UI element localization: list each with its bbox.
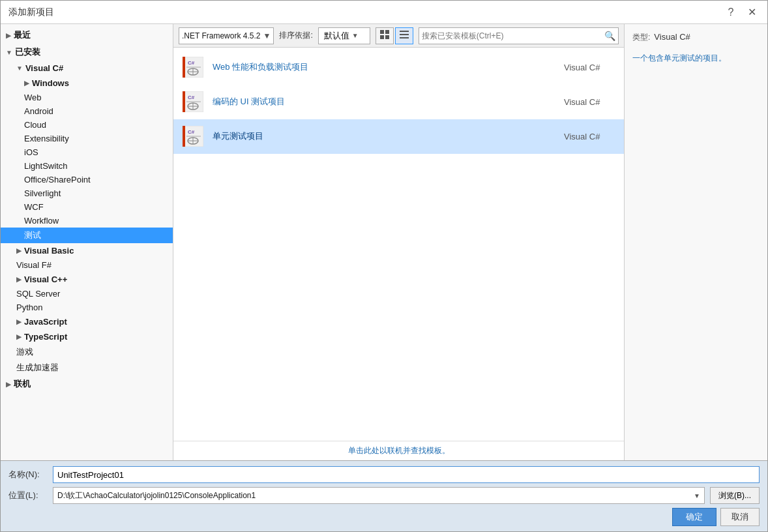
location-select[interactable]: D:\软工\AchaoCalculator\jojolin0125\Consol… [53,487,705,504]
search-input[interactable] [422,31,602,40]
sidebar-item-label: 已安装 [15,46,40,58]
dialog-buttons: 确定 取消 [8,508,760,526]
sidebar-item-label: Visual C# [25,63,63,73]
sidebar-item-label: LightSwitch [24,161,67,171]
sidebar-item-typescript[interactable]: ▶ TypeScript [1,329,173,344]
link-row: 单击此处以联机并查找模板。 [173,441,624,460]
sidebar-item-label: Extensibility [24,134,69,143]
find-templates-link[interactable]: 单击此处以联机并查找模板。 [348,446,450,455]
sidebar-item-label: 生成加速器 [16,362,59,374]
sidebar-item-python[interactable]: Python [1,301,173,314]
location-row: 位置(L): D:\软工\AchaoCalculator\jojolin0125… [8,487,760,504]
svg-rect-1 [385,30,389,34]
sidebar-item-office-sharepoint[interactable]: Office/SharePoint [1,173,173,186]
search-box: 🔍 [419,27,619,44]
location-dropdown-arrow: ▼ [694,492,700,499]
location-label: 位置(L): [8,490,48,501]
arrow-icon: ▶ [16,333,22,340]
center-panel: .NET Framework 4.5.2 ▼ 排序依据: 默认值 ▼ [173,24,624,460]
sidebar-item-test[interactable]: 测试 [1,228,173,243]
sidebar-item-build-accelerator[interactable]: 生成加速器 [1,360,173,376]
arrow-icon: ▼ [16,65,23,72]
sidebar-item-label: 联机 [14,378,31,390]
title-bar: 添加新项目 ? ✕ [1,1,767,24]
location-value: D:\软工\AchaoCalculator\jojolin0125\Consol… [57,490,256,501]
svg-rect-22 [183,126,185,147]
svg-rect-0 [380,30,384,34]
arrow-icon: ▶ [16,247,22,254]
framework-select[interactable]: .NET Framework 4.5.2 ▼ [179,27,274,44]
type-value: Visual C# [654,32,690,42]
sidebar-item-label: 测试 [24,229,41,241]
sidebar-item-recent[interactable]: ▶ 最近 [1,27,173,44]
template-icon-coded-ui: C# [181,90,205,113]
sort-select[interactable]: 默认值 ▼ [318,27,370,44]
view-grid-button[interactable] [376,27,394,44]
sidebar-item-label: Visual C++ [24,274,67,284]
svg-rect-3 [385,35,389,39]
sidebar-item-label: Visual F# [16,260,52,270]
close-button[interactable]: ✕ [744,5,760,20]
sidebar-item-online[interactable]: ▶ 联机 [1,376,173,392]
view-list-button[interactable] [395,27,413,44]
sidebar-item-visual-basic[interactable]: ▶ Visual Basic [1,243,173,258]
help-button[interactable]: ? [723,5,739,20]
sort-dropdown-arrow: ▼ [352,32,359,39]
name-input[interactable] [53,466,760,483]
sidebar-item-lightswitch[interactable]: LightSwitch [1,159,173,173]
template-item-coded-ui[interactable]: C# 编码的 UI 测试项目 Visual C# [173,85,624,119]
template-name-unit-test: 单元测试项目 [213,130,564,142]
browse-button[interactable]: 浏览(B)... [710,487,760,504]
dialog: 添加新项目 ? ✕ ▶ 最近 ▼ 已安装 ▼ Visual C# [0,0,768,532]
sidebar-item-label: WCF [24,202,44,212]
sidebar-item-games[interactable]: 游戏 [1,344,173,360]
template-name-coded-ui: 编码的 UI 测试项目 [213,96,564,108]
sidebar-item-installed[interactable]: ▼ 已安装 [1,44,173,61]
sidebar-item-label: Office/SharePoint [24,175,91,185]
arrow-icon: ▶ [24,80,29,87]
sidebar-item-silverlight[interactable]: Silverlight [1,186,173,200]
svg-rect-6 [400,37,409,38]
sidebar-item-windows[interactable]: ▶ Windows [1,76,173,91]
svg-text:C#: C# [188,95,195,100]
sidebar-item-ios[interactable]: iOS [1,145,173,159]
template-type-coded-ui: Visual C# [564,97,616,107]
sidebar-item-extensibility[interactable]: Extensibility [1,132,173,145]
sidebar-item-cloud[interactable]: Cloud [1,118,173,132]
sidebar-item-label: Windows [32,78,69,88]
sidebar-item-label: Android [24,106,53,116]
template-list: C# Web 性能和负载测试项目 Visual C# [173,48,624,441]
sidebar: ▶ 最近 ▼ 已安装 ▼ Visual C# ▶ Windows Web [1,24,173,460]
arrow-icon: ▼ [6,49,12,56]
sort-label: 排序依据: [279,30,312,41]
sidebar-item-label: Silverlight [24,188,61,198]
dialog-title: 添加新项目 [8,7,54,18]
framework-label: .NET Framework 4.5.2 [182,31,260,40]
sidebar-item-workflow[interactable]: Workflow [1,214,173,228]
svg-rect-2 [380,35,384,39]
sidebar-item-visual-fsharp[interactable]: Visual F# [1,258,173,272]
sidebar-item-wcf[interactable]: WCF [1,200,173,214]
sidebar-item-label: 游戏 [16,346,33,358]
svg-text:C#: C# [188,129,195,135]
template-item-unit-test[interactable]: C# 单元测试项目 Visual C# [173,119,624,154]
sidebar-item-label: iOS [24,147,38,157]
sidebar-item-visual-cpp[interactable]: ▶ Visual C++ [1,272,173,287]
search-icon: 🔍 [604,31,615,41]
arrow-icon: ▶ [16,276,22,283]
description: 一个包含单元测试的项目。 [632,52,760,64]
template-type-web-perf: Visual C# [564,63,616,72]
sidebar-item-javascript[interactable]: ▶ JavaScript [1,314,173,329]
svg-rect-8 [183,57,185,78]
template-type-unit-test: Visual C# [564,132,616,141]
cancel-button[interactable]: 取消 [720,508,760,526]
ok-button[interactable]: 确定 [672,508,716,526]
sidebar-item-visual-csharp[interactable]: ▼ Visual C# [1,61,173,76]
svg-rect-5 [400,34,409,35]
list-icon [400,30,409,41]
sidebar-item-web[interactable]: Web [1,91,173,104]
sidebar-item-android[interactable]: Android [1,104,173,118]
template-item-web-perf[interactable]: C# Web 性能和负载测试项目 Visual C# [173,50,624,85]
sidebar-item-sql-server[interactable]: SQL Server [1,287,173,301]
framework-dropdown-arrow: ▼ [263,31,271,40]
